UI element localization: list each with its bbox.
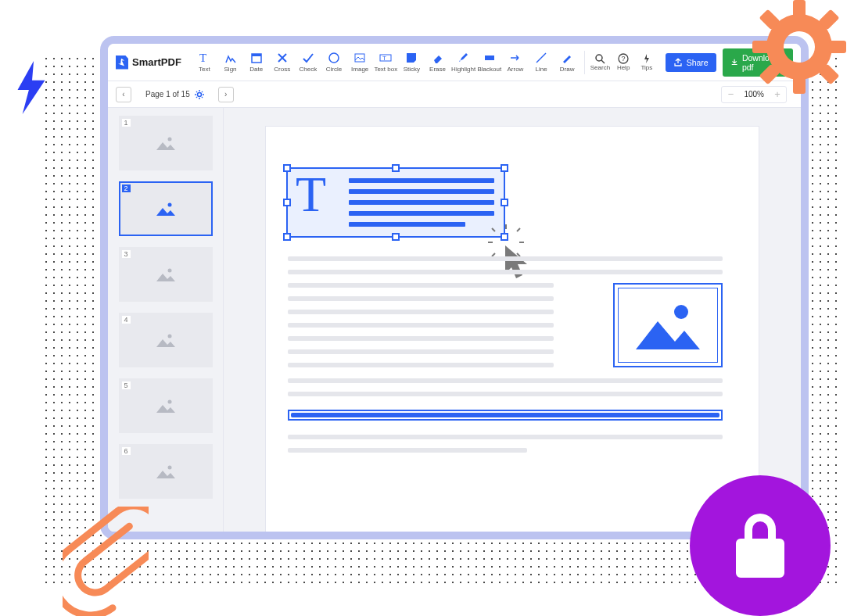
svg-point-29 xyxy=(167,203,171,207)
svg-line-24 xyxy=(196,91,197,92)
svg-line-38 xyxy=(492,228,495,231)
page-thumbnail[interactable]: 3 xyxy=(119,247,213,302)
app-window: SmartPDF TText Sign Date Cross Check Cir… xyxy=(100,36,809,539)
tool-date[interactable]: Date xyxy=(244,52,268,73)
tool-highlight[interactable]: Highlight xyxy=(451,52,475,73)
svg-line-25 xyxy=(202,97,203,98)
resize-handle[interactable] xyxy=(501,164,508,172)
utility-tips[interactable]: Tips xyxy=(636,53,658,71)
tool-cross[interactable]: Cross xyxy=(270,52,294,73)
svg-line-26 xyxy=(196,97,197,98)
tool-textbox[interactable]: TText box xyxy=(374,52,398,73)
textbox-lines xyxy=(349,178,494,233)
svg-point-19 xyxy=(197,92,201,96)
svg-point-30 xyxy=(167,269,171,273)
download-icon xyxy=(730,58,738,67)
page-thumbnail[interactable]: 2 xyxy=(119,181,213,236)
main-toolbar: SmartPDF TText Sign Date Cross Check Cir… xyxy=(108,44,801,81)
body-text-lines xyxy=(288,283,554,376)
utility-search[interactable]: Search xyxy=(590,53,612,71)
document-page[interactable]: T xyxy=(266,127,759,532)
svg-rect-2 xyxy=(752,41,770,53)
page-settings-icon[interactable] xyxy=(195,90,204,99)
selected-line-box[interactable] xyxy=(288,410,723,421)
prev-page-button[interactable]: ‹ xyxy=(116,87,131,102)
body-text-lines xyxy=(288,378,723,405)
tool-sign[interactable]: Sign xyxy=(218,52,242,73)
body-text-lines xyxy=(288,435,723,461)
page-thumbnail[interactable]: 1 xyxy=(119,116,213,170)
tool-line[interactable]: Line xyxy=(529,52,554,73)
resize-handle[interactable] xyxy=(283,199,291,206)
lock-icon xyxy=(733,510,788,581)
next-page-button[interactable]: › xyxy=(218,87,234,102)
image-placeholder xyxy=(618,288,718,363)
resize-handle[interactable] xyxy=(392,164,400,172)
svg-text:?: ? xyxy=(622,55,626,63)
tool-check[interactable]: Check xyxy=(296,52,320,73)
tool-draw[interactable]: Draw xyxy=(555,52,580,73)
svg-rect-15 xyxy=(485,56,494,60)
svg-rect-3 xyxy=(829,41,846,53)
utility-help[interactable]: ?Help xyxy=(612,53,634,71)
svg-point-31 xyxy=(167,335,171,338)
zoom-out-button[interactable]: − xyxy=(722,87,739,102)
tool-circle[interactable]: Circle xyxy=(321,52,346,73)
bolt-icon xyxy=(11,59,52,116)
page-thumbnail[interactable]: 5 xyxy=(119,378,213,433)
selected-image-box[interactable] xyxy=(613,283,723,367)
resize-handle[interactable] xyxy=(392,233,400,241)
tool-image[interactable]: Image xyxy=(348,52,372,73)
svg-rect-0 xyxy=(793,0,806,17)
resize-handle[interactable] xyxy=(283,164,291,172)
svg-text:T: T xyxy=(382,55,386,62)
share-icon xyxy=(673,58,683,67)
gear-icon xyxy=(752,0,846,94)
svg-point-33 xyxy=(167,466,171,470)
svg-rect-12 xyxy=(355,54,364,62)
selected-textbox[interactable]: T xyxy=(286,167,505,238)
svg-point-42 xyxy=(674,305,688,319)
svg-text:T: T xyxy=(199,52,206,64)
editor-body: 1 2 3 4 5 6 T xyxy=(108,108,801,532)
app-logo: SmartPDF xyxy=(116,56,181,70)
tool-blackout[interactable]: Blackout xyxy=(477,52,501,73)
page-thumbnail[interactable]: 4 xyxy=(119,313,213,367)
svg-point-11 xyxy=(329,53,339,63)
lock-badge xyxy=(690,475,831,616)
svg-rect-1 xyxy=(793,77,806,94)
svg-line-27 xyxy=(202,91,203,92)
logo-mark-icon xyxy=(116,56,128,70)
page-nav-bar: ‹ Page 1 of 15 › − 100% + xyxy=(108,81,801,108)
svg-point-16 xyxy=(596,55,602,61)
text-glyph: T xyxy=(296,166,326,224)
resize-handle[interactable] xyxy=(501,199,508,206)
share-button[interactable]: Share xyxy=(666,53,716,72)
page-indicator: Page 1 of 15 xyxy=(145,90,204,99)
thumbnails-sidebar: 1 2 3 4 5 6 xyxy=(108,108,224,532)
tool-arrow[interactable]: Arrow xyxy=(503,52,527,73)
tool-sticky[interactable]: Sticky xyxy=(400,52,424,73)
canvas-area[interactable]: T xyxy=(224,108,801,532)
tool-text[interactable]: TText xyxy=(192,52,217,73)
svg-point-28 xyxy=(167,138,171,141)
svg-point-32 xyxy=(167,400,171,404)
app-name: SmartPDF xyxy=(132,56,181,68)
toolbar-separator xyxy=(584,51,585,74)
svg-rect-10 xyxy=(252,54,261,56)
svg-line-39 xyxy=(517,228,520,231)
resize-handle[interactable] xyxy=(283,233,291,241)
body-text-lines xyxy=(288,256,723,283)
paperclip-icon xyxy=(63,507,149,616)
tool-erase[interactable]: Erase xyxy=(425,52,450,73)
page-thumbnail[interactable]: 6 xyxy=(119,444,213,499)
